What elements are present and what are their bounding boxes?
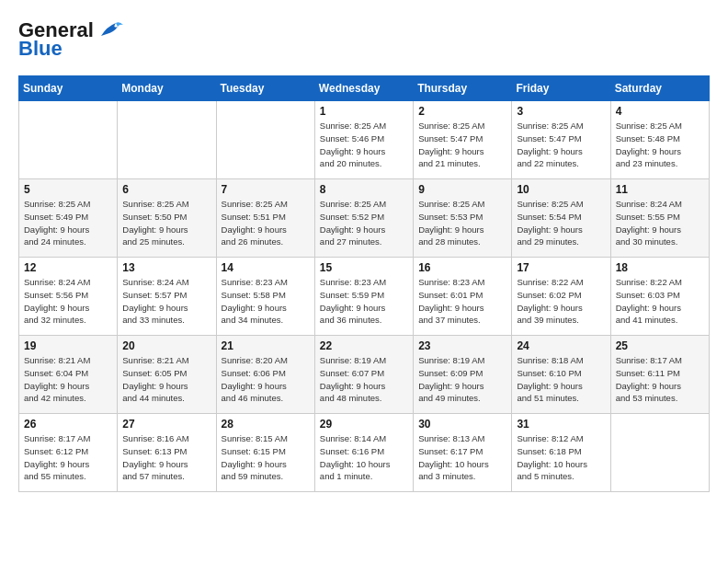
calendar-week-row: 5Sunrise: 8:25 AM Sunset: 5:49 PM Daylig… bbox=[19, 179, 710, 258]
calendar-cell bbox=[19, 101, 118, 179]
day-number: 18 bbox=[616, 261, 704, 274]
calendar-cell: 22Sunrise: 8:19 AM Sunset: 6:07 PM Dayli… bbox=[314, 336, 413, 414]
day-info: Sunrise: 8:12 AM Sunset: 6:18 PM Dayligh… bbox=[517, 432, 605, 483]
day-info: Sunrise: 8:24 AM Sunset: 5:55 PM Dayligh… bbox=[616, 198, 704, 248]
calendar-cell: 8Sunrise: 8:25 AM Sunset: 5:52 PM Daylig… bbox=[314, 179, 413, 258]
day-info: Sunrise: 8:25 AM Sunset: 5:47 PM Dayligh… bbox=[517, 120, 605, 170]
day-info: Sunrise: 8:25 AM Sunset: 5:52 PM Dayligh… bbox=[320, 198, 408, 248]
day-number: 31 bbox=[517, 418, 605, 431]
calendar-cell bbox=[216, 101, 314, 179]
day-info: Sunrise: 8:24 AM Sunset: 5:56 PM Dayligh… bbox=[24, 276, 112, 327]
calendar-cell: 2Sunrise: 8:25 AM Sunset: 5:47 PM Daylig… bbox=[414, 101, 512, 179]
calendar-cell: 12Sunrise: 8:24 AM Sunset: 5:56 PM Dayli… bbox=[19, 258, 118, 336]
calendar-cell: 19Sunrise: 8:21 AM Sunset: 6:04 PM Dayli… bbox=[19, 336, 118, 414]
day-number: 7 bbox=[222, 183, 310, 196]
weekday-header-monday: Monday bbox=[118, 76, 216, 101]
weekday-header-friday: Friday bbox=[512, 76, 610, 101]
calendar-cell: 30Sunrise: 8:13 AM Sunset: 6:17 PM Dayli… bbox=[414, 414, 512, 492]
day-info: Sunrise: 8:22 AM Sunset: 6:03 PM Dayligh… bbox=[616, 276, 704, 327]
day-info: Sunrise: 8:14 AM Sunset: 6:16 PM Dayligh… bbox=[320, 432, 408, 483]
day-info: Sunrise: 8:17 AM Sunset: 6:12 PM Dayligh… bbox=[24, 432, 112, 483]
calendar-week-row: 12Sunrise: 8:24 AM Sunset: 5:56 PM Dayli… bbox=[19, 258, 710, 336]
day-number: 14 bbox=[222, 261, 310, 274]
day-number: 21 bbox=[222, 339, 310, 352]
day-number: 2 bbox=[418, 105, 506, 118]
calendar-cell: 10Sunrise: 8:25 AM Sunset: 5:54 PM Dayli… bbox=[512, 179, 610, 258]
calendar-cell: 7Sunrise: 8:25 AM Sunset: 5:51 PM Daylig… bbox=[216, 179, 314, 258]
day-info: Sunrise: 8:25 AM Sunset: 5:53 PM Dayligh… bbox=[418, 198, 506, 248]
day-info: Sunrise: 8:25 AM Sunset: 5:49 PM Dayligh… bbox=[24, 198, 112, 248]
day-number: 16 bbox=[418, 261, 506, 274]
calendar-cell: 15Sunrise: 8:23 AM Sunset: 5:59 PM Dayli… bbox=[314, 258, 413, 336]
day-info: Sunrise: 8:25 AM Sunset: 5:47 PM Dayligh… bbox=[418, 120, 506, 170]
day-number: 6 bbox=[122, 183, 210, 196]
day-info: Sunrise: 8:13 AM Sunset: 6:17 PM Dayligh… bbox=[418, 432, 506, 483]
day-number: 3 bbox=[517, 105, 605, 118]
calendar-week-row: 26Sunrise: 8:17 AM Sunset: 6:12 PM Dayli… bbox=[19, 414, 710, 492]
weekday-header-saturday: Saturday bbox=[610, 76, 709, 101]
day-number: 1 bbox=[320, 105, 408, 118]
calendar-cell: 23Sunrise: 8:19 AM Sunset: 6:09 PM Dayli… bbox=[414, 336, 512, 414]
day-info: Sunrise: 8:17 AM Sunset: 6:11 PM Dayligh… bbox=[616, 354, 704, 405]
weekday-header-sunday: Sunday bbox=[19, 76, 118, 101]
day-info: Sunrise: 8:20 AM Sunset: 6:06 PM Dayligh… bbox=[222, 354, 310, 405]
day-number: 13 bbox=[122, 261, 210, 274]
day-number: 15 bbox=[320, 261, 408, 274]
day-number: 9 bbox=[418, 183, 506, 196]
calendar-cell: 1Sunrise: 8:25 AM Sunset: 5:46 PM Daylig… bbox=[314, 101, 413, 179]
day-number: 19 bbox=[24, 339, 112, 352]
logo-general: General bbox=[18, 18, 94, 41]
day-info: Sunrise: 8:23 AM Sunset: 5:58 PM Dayligh… bbox=[222, 276, 310, 327]
day-info: Sunrise: 8:16 AM Sunset: 6:13 PM Dayligh… bbox=[122, 432, 210, 483]
day-number: 27 bbox=[122, 418, 210, 431]
weekday-header-thursday: Thursday bbox=[414, 76, 512, 101]
calendar-cell bbox=[610, 414, 709, 492]
day-number: 26 bbox=[24, 418, 112, 431]
day-info: Sunrise: 8:25 AM Sunset: 5:50 PM Dayligh… bbox=[122, 198, 210, 248]
day-number: 22 bbox=[320, 339, 408, 352]
calendar-cell: 3Sunrise: 8:25 AM Sunset: 5:47 PM Daylig… bbox=[512, 101, 610, 179]
calendar-cell: 28Sunrise: 8:15 AM Sunset: 6:15 PM Dayli… bbox=[216, 414, 314, 492]
day-number: 4 bbox=[616, 105, 704, 118]
weekday-header-wednesday: Wednesday bbox=[314, 76, 413, 101]
calendar-cell: 11Sunrise: 8:24 AM Sunset: 5:55 PM Dayli… bbox=[610, 179, 709, 258]
logo-bird-icon bbox=[97, 19, 123, 41]
calendar-cell: 27Sunrise: 8:16 AM Sunset: 6:13 PM Dayli… bbox=[118, 414, 216, 492]
calendar-cell bbox=[118, 101, 216, 179]
day-number: 24 bbox=[517, 339, 605, 352]
day-number: 12 bbox=[24, 261, 112, 274]
calendar-cell: 9Sunrise: 8:25 AM Sunset: 5:53 PM Daylig… bbox=[414, 179, 512, 258]
day-number: 23 bbox=[418, 339, 506, 352]
calendar-cell: 16Sunrise: 8:23 AM Sunset: 6:01 PM Dayli… bbox=[414, 258, 512, 336]
calendar-cell: 24Sunrise: 8:18 AM Sunset: 6:10 PM Dayli… bbox=[512, 336, 610, 414]
day-info: Sunrise: 8:21 AM Sunset: 6:04 PM Dayligh… bbox=[24, 354, 112, 405]
day-number: 8 bbox=[320, 183, 408, 196]
calendar-cell: 26Sunrise: 8:17 AM Sunset: 6:12 PM Dayli… bbox=[19, 414, 118, 492]
calendar-cell: 13Sunrise: 8:24 AM Sunset: 5:57 PM Dayli… bbox=[118, 258, 216, 336]
day-number: 20 bbox=[122, 339, 210, 352]
weekday-header-row: SundayMondayTuesdayWednesdayThursdayFrid… bbox=[19, 76, 710, 101]
day-info: Sunrise: 8:25 AM Sunset: 5:48 PM Dayligh… bbox=[616, 120, 704, 170]
calendar-cell: 31Sunrise: 8:12 AM Sunset: 6:18 PM Dayli… bbox=[512, 414, 610, 492]
day-number: 25 bbox=[616, 339, 704, 352]
day-info: Sunrise: 8:15 AM Sunset: 6:15 PM Dayligh… bbox=[222, 432, 310, 483]
day-info: Sunrise: 8:18 AM Sunset: 6:10 PM Dayligh… bbox=[517, 354, 605, 405]
calendar-cell: 17Sunrise: 8:22 AM Sunset: 6:02 PM Dayli… bbox=[512, 258, 610, 336]
day-info: Sunrise: 8:25 AM Sunset: 5:54 PM Dayligh… bbox=[517, 198, 605, 248]
page-header: General Blue bbox=[18, 18, 710, 61]
day-number: 5 bbox=[24, 183, 112, 196]
day-info: Sunrise: 8:19 AM Sunset: 6:07 PM Dayligh… bbox=[320, 354, 408, 405]
calendar-cell: 29Sunrise: 8:14 AM Sunset: 6:16 PM Dayli… bbox=[314, 414, 413, 492]
calendar-table: SundayMondayTuesdayWednesdayThursdayFrid… bbox=[18, 75, 710, 492]
day-number: 29 bbox=[320, 418, 408, 431]
day-number: 11 bbox=[616, 183, 704, 196]
calendar-cell: 5Sunrise: 8:25 AM Sunset: 5:49 PM Daylig… bbox=[19, 179, 118, 258]
logo: General Blue bbox=[18, 18, 123, 61]
day-info: Sunrise: 8:25 AM Sunset: 5:46 PM Dayligh… bbox=[320, 120, 408, 170]
calendar-cell: 25Sunrise: 8:17 AM Sunset: 6:11 PM Dayli… bbox=[610, 336, 709, 414]
calendar-cell: 4Sunrise: 8:25 AM Sunset: 5:48 PM Daylig… bbox=[610, 101, 709, 179]
calendar-cell: 14Sunrise: 8:23 AM Sunset: 5:58 PM Dayli… bbox=[216, 258, 314, 336]
day-info: Sunrise: 8:25 AM Sunset: 5:51 PM Dayligh… bbox=[222, 198, 310, 248]
day-info: Sunrise: 8:22 AM Sunset: 6:02 PM Dayligh… bbox=[517, 276, 605, 327]
calendar-week-row: 1Sunrise: 8:25 AM Sunset: 5:46 PM Daylig… bbox=[19, 101, 710, 179]
